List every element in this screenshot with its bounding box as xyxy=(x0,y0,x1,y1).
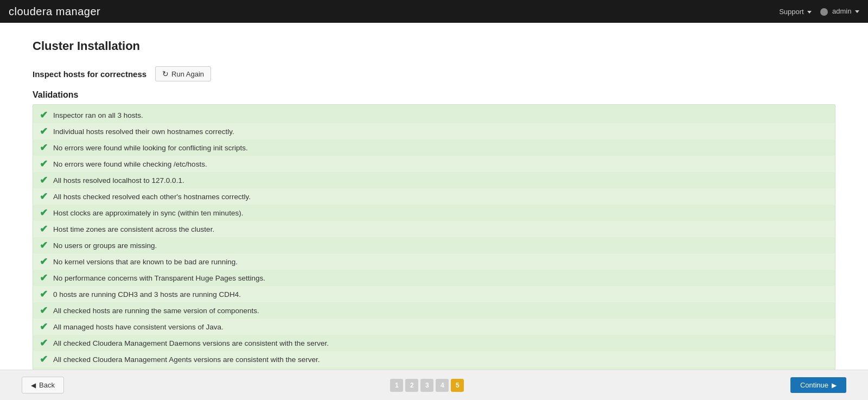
check-icon: ✔ xyxy=(40,257,48,266)
validation-text: No errors were found while looking for c… xyxy=(53,144,248,152)
validation-text: All managed hosts have consistent versio… xyxy=(53,323,224,331)
check-icon: ✔ xyxy=(40,126,48,136)
validation-text: No kernel versions that are known to be … xyxy=(53,258,238,266)
section-header: Inspect hosts for correctness ↻ Run Agai… xyxy=(33,66,835,81)
list-item: ✔Inspector ran on all 3 hosts. xyxy=(33,107,835,123)
check-icon: ✔ xyxy=(40,110,48,120)
top-navbar: cloudera manager Support admin xyxy=(0,0,868,23)
check-icon: ✔ xyxy=(40,143,48,153)
list-item: ✔0 hosts are running CDH3 and 3 hosts ar… xyxy=(33,286,835,302)
validation-text: No performance concerns with Transparent… xyxy=(53,274,265,282)
page-title: Cluster Installation xyxy=(33,39,835,53)
step-indicators: 12345 xyxy=(390,379,464,392)
validations-title: Validations xyxy=(33,90,835,100)
support-menu[interactable]: Support xyxy=(779,8,812,16)
check-icon: ✔ xyxy=(40,208,48,218)
validation-text: No users or groups are missing. xyxy=(53,242,157,250)
step-4[interactable]: 4 xyxy=(436,379,449,392)
list-item: ✔No users or groups are missing. xyxy=(33,237,835,253)
list-item: ✔All hosts checked resolved each other's… xyxy=(33,188,835,205)
step-2[interactable]: 2 xyxy=(405,379,418,392)
list-item: ✔No kernel versions that are known to be… xyxy=(33,253,835,270)
inspect-label: Inspect hosts for correctness xyxy=(33,69,146,79)
list-item: ✔All checked Cloudera Management Daemons… xyxy=(33,335,835,351)
list-item: ✔All checked hosts are running the same … xyxy=(33,302,835,319)
list-item: ✔All hosts resolved localhost to 127.0.0… xyxy=(33,172,835,188)
list-item: ✔All checked Cloudera Management Agents … xyxy=(33,351,835,367)
check-icon: ✔ xyxy=(40,175,48,185)
brand-logo: cloudera manager xyxy=(9,5,100,18)
validation-text: 0 hosts are running CDH3 and 3 hosts are… xyxy=(53,290,241,299)
main-content: Cluster Installation Inspect hosts for c… xyxy=(0,23,868,370)
check-icon: ✔ xyxy=(40,338,48,348)
step-3[interactable]: 3 xyxy=(420,379,433,392)
step-1[interactable]: 1 xyxy=(390,379,403,392)
validation-text: All checked Cloudera Management Agents v… xyxy=(53,355,320,364)
run-again-button[interactable]: ↻ Run Again xyxy=(155,66,211,81)
validation-text: Host time zones are consistent across th… xyxy=(53,225,214,233)
validation-text: Individual hosts resolved their own host… xyxy=(53,128,234,136)
list-item: ✔All managed hosts have consistent versi… xyxy=(33,319,835,335)
footer: ◀ Back 12345 Continue ▶ xyxy=(0,370,868,400)
validation-text: All hosts checked resolved each other's … xyxy=(53,193,251,201)
support-caret-icon xyxy=(807,11,812,14)
validation-text: All checked Cloudera Management Daemons … xyxy=(53,339,329,347)
list-item: ✔No errors were found while looking for … xyxy=(33,139,835,156)
continue-arrow-icon: ▶ xyxy=(832,382,837,389)
check-icon: ✔ xyxy=(40,273,48,283)
validations-list: ✔Inspector ran on all 3 hosts.✔Individua… xyxy=(33,104,835,370)
check-icon: ✔ xyxy=(40,322,48,332)
validation-text: All checked hosts are running the same v… xyxy=(53,307,259,315)
list-item: ✔Individual hosts resolved their own hos… xyxy=(33,123,835,139)
user-menu[interactable]: admin xyxy=(820,7,859,16)
validation-text: No errors were found while checking /etc… xyxy=(53,160,207,168)
navbar-right: Support admin xyxy=(779,7,859,16)
back-button[interactable]: ◀ Back xyxy=(22,377,64,393)
check-icon: ✔ xyxy=(40,224,48,234)
refresh-icon: ↻ xyxy=(162,69,169,78)
check-icon: ✔ xyxy=(40,306,48,315)
check-icon: ✔ xyxy=(40,159,48,169)
user-caret-icon xyxy=(855,10,859,13)
validation-text: All hosts resolved localhost to 127.0.0.… xyxy=(53,176,184,185)
list-item: ✔Host clocks are approximately in sync (… xyxy=(33,205,835,221)
check-icon: ✔ xyxy=(40,289,48,299)
back-arrow-icon: ◀ xyxy=(31,382,36,389)
validation-text: Host clocks are approximately in sync (w… xyxy=(53,209,243,217)
list-item: ✔Host time zones are consistent across t… xyxy=(33,221,835,237)
check-icon: ✔ xyxy=(40,240,48,250)
step-5[interactable]: 5 xyxy=(451,379,464,392)
continue-button[interactable]: Continue ▶ xyxy=(790,377,846,393)
check-icon: ✔ xyxy=(40,354,48,364)
user-avatar-icon xyxy=(820,8,828,16)
list-item: ✔No performance concerns with Transparen… xyxy=(33,270,835,286)
validation-text: Inspector ran on all 3 hosts. xyxy=(53,111,143,119)
list-item: ✔No errors were found while checking /et… xyxy=(33,156,835,172)
check-icon: ✔ xyxy=(40,192,48,201)
